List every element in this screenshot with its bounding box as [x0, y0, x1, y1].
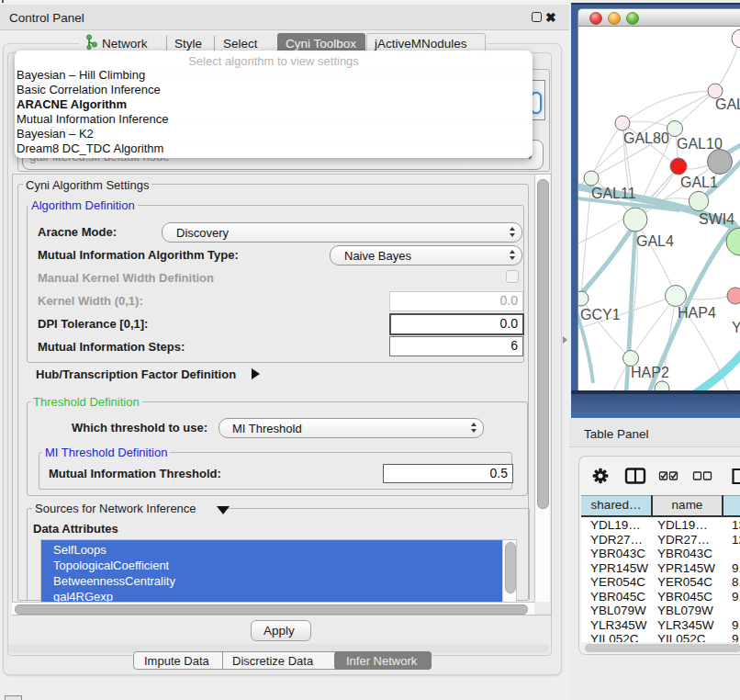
svg-text:HAP2: HAP2: [631, 365, 669, 380]
svg-text:GAL11: GAL11: [591, 186, 636, 201]
svg-text:GAL1: GAL1: [680, 175, 718, 190]
svg-text:GAL80: GAL80: [623, 130, 669, 146]
svg-text:GCY1: GCY1: [580, 307, 621, 322]
svg-text:GAL7: GAL7: [715, 96, 740, 112]
svg-text:GAL10: GAL10: [677, 136, 723, 152]
svg-text:GAL4: GAL4: [636, 233, 674, 249]
svg-text:Y: Y: [732, 320, 740, 335]
svg-text:SWI4: SWI4: [699, 211, 734, 227]
svg-text:HAP4: HAP4: [678, 305, 716, 321]
